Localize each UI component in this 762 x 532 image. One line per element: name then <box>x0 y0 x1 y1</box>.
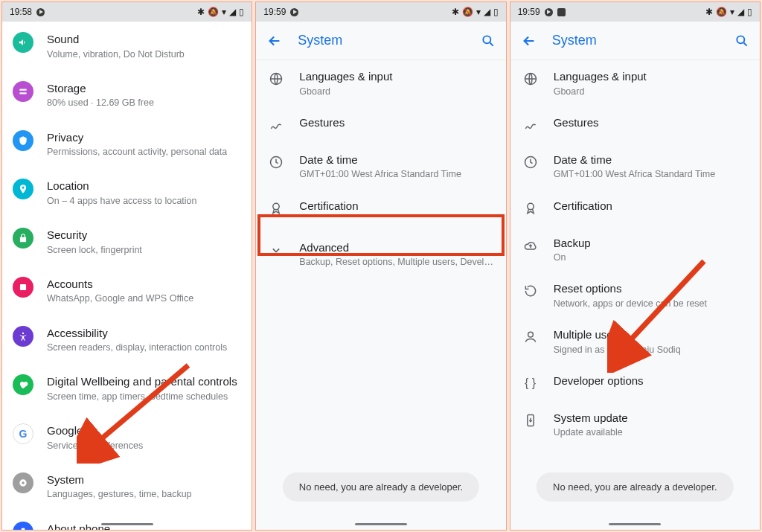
svg-rect-1 <box>19 92 26 94</box>
status-time: 19:59 <box>263 7 286 17</box>
system-row-sysupdate[interactable]: System updateUpdate available <box>510 402 760 448</box>
system-row-certification[interactable]: Certification <box>256 190 505 227</box>
system-row-datetime[interactable]: Date & timeGMT+01:00 West Africa Standar… <box>510 144 760 190</box>
row-title: Sound <box>47 32 240 47</box>
row-sub: Signed in as Olanrewaju Sodiq <box>554 344 748 356</box>
row-title: Digital Wellbeing and parental controls <box>47 374 240 389</box>
settings-row-system[interactable]: System Languages, gestures, time, backup <box>2 462 252 511</box>
system-icon <box>13 472 33 493</box>
home-indicator[interactable] <box>101 523 153 525</box>
system-row-advanced[interactable]: Advanced Backup, Reset options, Multiple… <box>256 227 505 282</box>
row-sub: Screen readers, display, interaction con… <box>47 342 240 353</box>
system-row-backup[interactable]: BackupOn <box>510 227 760 273</box>
row-title: System <box>47 472 240 487</box>
search-button[interactable] <box>481 33 496 48</box>
system-panel-collapsed: 19:59 ✱ 🔕 ▾ ◢ ▯ System Languages & input… <box>255 1 506 531</box>
settings-list[interactable]: Sound Volume, vibration, Do Not Disturb … <box>2 22 252 530</box>
accessibility-icon <box>13 326 33 347</box>
page-title: System <box>298 33 465 48</box>
row-title: Google <box>47 423 240 438</box>
row-title: Accessibility <box>47 326 240 341</box>
row-sub: Languages, gestures, time, backup <box>47 488 240 500</box>
svg-point-12 <box>737 36 744 43</box>
system-row-languages[interactable]: Languages & inputGboard <box>510 60 760 106</box>
status-time: 19:58 <box>10 7 32 17</box>
system-row-languages[interactable]: Languages & input Gboard <box>256 60 505 106</box>
row-title: System update <box>554 411 748 426</box>
settings-row-storage[interactable]: Storage 80% used · 12.69 GB free <box>2 71 252 120</box>
row-sub: Backup, Reset options, Multiple users, D… <box>299 256 493 268</box>
play-icon <box>36 8 45 16</box>
svg-point-8 <box>483 36 490 43</box>
play-icon <box>545 8 553 16</box>
bluetooth-icon: ✱ <box>705 7 713 17</box>
status-bar: 19:58 ✱ 🔕 ▾ ◢ ▯ <box>2 2 252 22</box>
gestures-icon <box>266 115 286 135</box>
system-row-gestures[interactable]: Gestures <box>510 106 760 144</box>
chevron-down-icon <box>266 240 286 260</box>
clock-icon <box>266 153 286 172</box>
svg-point-3 <box>22 332 24 333</box>
row-sub: 80% used · 12.69 GB free <box>47 97 240 109</box>
svg-rect-6 <box>22 528 25 530</box>
row-title: Languages & input <box>554 69 748 84</box>
settings-row-privacy[interactable]: Privacy Permissions, account activity, p… <box>2 120 252 169</box>
svg-point-16 <box>528 332 533 337</box>
signal-icon: ◢ <box>737 7 744 17</box>
home-indicator[interactable] <box>355 523 407 525</box>
row-title: Backup <box>554 236 748 251</box>
system-row-devopts[interactable]: { } Developer options <box>510 365 760 402</box>
app-bar: System <box>256 22 505 60</box>
svg-point-11 <box>273 203 279 209</box>
back-button[interactable] <box>266 33 283 49</box>
status-bar: 19:59 ✱ 🔕 ▾ ◢ ▯ <box>256 2 505 22</box>
battery-icon: ▯ <box>747 7 752 17</box>
settings-row-google[interactable]: G Google Services & preferences <box>2 413 252 462</box>
privacy-icon <box>13 130 33 151</box>
settings-row-location[interactable]: Location On – 4 apps have access to loca… <box>2 168 252 217</box>
app-bar: System <box>510 22 760 60</box>
about-icon <box>13 522 33 531</box>
status-icons: ✱ 🔕 ▾ ◢ ▯ <box>197 7 244 17</box>
row-sub: Volume, vibration, Do Not Disturb <box>47 48 240 60</box>
system-row-gestures[interactable]: Gestures <box>256 106 505 144</box>
settings-row-about[interactable]: About phone Nokia 6.1 Plus <box>2 511 252 531</box>
settings-row-wellbeing[interactable]: Digital Wellbeing and parental controls … <box>2 364 252 413</box>
wifi-icon: ▾ <box>730 7 734 17</box>
system-list[interactable]: Languages & input Gboard Gestures Date &… <box>256 60 505 530</box>
wifi-icon: ▾ <box>476 7 481 17</box>
row-title: Certification <box>554 199 748 214</box>
row-sub: Update available <box>554 426 748 438</box>
system-row-multiusers[interactable]: Multiple usersSigned in as Olanrewaju So… <box>510 318 760 365</box>
status-icons: ✱ 🔕 ▾ ◢ ▯ <box>452 7 499 17</box>
system-row-certification[interactable]: Certification <box>510 190 760 227</box>
row-sub: WhatsApp, Google and WPS Office <box>47 292 240 304</box>
svg-rect-2 <box>20 284 26 290</box>
svg-point-15 <box>527 203 533 209</box>
settings-row-accounts[interactable]: Accounts WhatsApp, Google and WPS Office <box>2 266 252 315</box>
system-row-reset[interactable]: Reset optionsNetwork, apps or device can… <box>510 272 760 318</box>
accounts-icon <box>13 277 33 298</box>
certification-icon <box>266 199 286 218</box>
settings-row-sound[interactable]: Sound Volume, vibration, Do Not Disturb <box>2 22 252 71</box>
sound-icon <box>13 32 33 53</box>
users-icon <box>521 327 540 347</box>
svg-point-5 <box>22 481 25 484</box>
settings-row-security[interactable]: Security Screen lock, fingerprint <box>2 217 252 266</box>
google-icon: G <box>13 423 33 444</box>
row-title: Date & time <box>554 153 748 167</box>
search-button[interactable] <box>734 33 749 48</box>
row-sub: GMT+01:00 West Africa Standard Time <box>554 168 748 180</box>
back-button[interactable] <box>521 33 537 49</box>
globe-icon <box>521 69 540 89</box>
bluetooth-icon: ✱ <box>197 7 205 17</box>
system-row-datetime[interactable]: Date & time GMT+01:00 West Africa Standa… <box>256 144 505 190</box>
battery-icon: ▯ <box>493 7 499 17</box>
settings-row-accessibility[interactable]: Accessibility Screen readers, display, i… <box>2 315 252 365</box>
svg-rect-0 <box>19 89 26 90</box>
row-title: Location <box>47 179 240 193</box>
certification-icon <box>521 199 540 218</box>
home-indicator[interactable] <box>609 523 661 525</box>
settings-main-panel: 19:58 ✱ 🔕 ▾ ◢ ▯ Sound Volume, vibration,… <box>1 1 252 531</box>
system-list-expanded[interactable]: Languages & inputGboard Gestures Date & … <box>510 60 760 530</box>
